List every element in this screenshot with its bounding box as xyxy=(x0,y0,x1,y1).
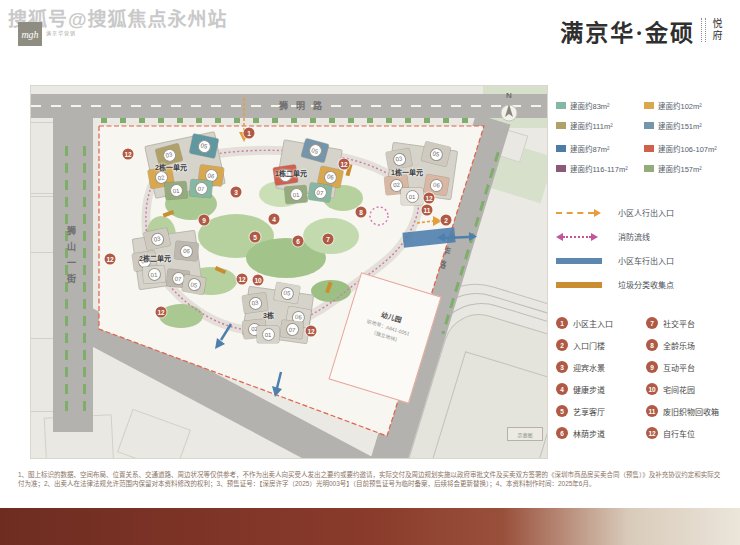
point-label: 自行车位 xyxy=(663,428,695,439)
brand-suffix: 悦府 xyxy=(701,18,724,42)
area-label: 建面约111m² xyxy=(570,120,613,131)
map-marker: 3 xyxy=(231,187,242,198)
area-label: 建面约83m² xyxy=(570,100,610,111)
legend-areas-group1: 建面约83m² 建面约102m² 建面约111m² 建面约151m² xyxy=(556,100,734,131)
flow-label: 垃圾分类收集点 xyxy=(618,279,674,290)
legend-flow-item: 垃圾分类收集点 xyxy=(556,279,736,290)
area-label: 建面约151m² xyxy=(658,120,702,131)
unit-number: 07 xyxy=(285,322,299,336)
area-label: 建面约116-117m² xyxy=(570,163,628,174)
logo-caption: 满京华营销 xyxy=(46,29,76,36)
point-number: 1 xyxy=(556,317,568,329)
building-unit: 07 xyxy=(280,320,304,339)
building-unit: 07 xyxy=(308,183,332,203)
legend-flow-item: 消防流线 xyxy=(556,231,736,242)
footer-gradient-bar xyxy=(0,508,740,545)
unit-number: 05 xyxy=(279,285,294,300)
point-label: 健康步道 xyxy=(573,384,605,395)
point-label: 入口门楼 xyxy=(573,340,605,351)
building-unit: 07 xyxy=(189,179,212,198)
legend-point-item: 3迎宾水景 xyxy=(556,361,646,373)
point-number: 10 xyxy=(646,383,658,395)
point-label: 迎宾水景 xyxy=(573,362,605,373)
map-marker: 12 xyxy=(306,326,317,337)
area-swatch xyxy=(556,145,566,152)
map-marker: 9 xyxy=(199,215,210,226)
unit-number: 01 xyxy=(169,183,183,197)
map-corner-note: 示意图 xyxy=(507,427,543,441)
north-label: N xyxy=(497,91,521,100)
unit-number: 05 xyxy=(196,138,211,153)
legend-area-item: 建面约111m² xyxy=(556,120,644,131)
point-label: 互动平台 xyxy=(663,362,695,373)
legend-point-item: 12自行车位 xyxy=(646,427,719,439)
north-compass: N xyxy=(497,91,521,128)
legend-area-item: 建面约116-117m² xyxy=(556,163,644,174)
legend-point-item: 10宅间花园 xyxy=(646,383,719,395)
legend-point-item: 8全龄乐场 xyxy=(646,339,719,351)
map-marker: 8 xyxy=(356,207,367,218)
point-number: 6 xyxy=(556,427,568,439)
brand-title: 满京华·金硕 xyxy=(560,14,695,48)
unit-number: 07 xyxy=(313,185,328,200)
area-swatch xyxy=(556,165,566,172)
point-number: 2 xyxy=(556,339,568,351)
legend-point-item: 2入口门楼 xyxy=(556,339,646,351)
building-unit: 01 xyxy=(284,185,307,204)
unit-number: 03 xyxy=(248,296,263,311)
area-swatch xyxy=(556,122,566,129)
point-number: 11 xyxy=(646,405,658,417)
point-number: 4 xyxy=(556,383,568,395)
unit-number: 01 xyxy=(289,187,303,201)
fire-line-icon xyxy=(556,233,608,241)
building-unit: 01 xyxy=(257,326,279,343)
legend-point-item: 1小区主入口 xyxy=(556,317,646,329)
road-label-top: 狮明路 xyxy=(279,99,330,112)
point-number: 5 xyxy=(556,405,568,417)
legend-area-item: 建面约106-107m² xyxy=(644,143,734,154)
road-median xyxy=(83,146,86,414)
legend-point-item: 7社交平台 xyxy=(646,317,719,329)
area-label: 建面约106-107m² xyxy=(658,143,717,154)
unit-number: 01 xyxy=(406,190,419,203)
unit-number: 06 xyxy=(179,244,193,258)
map-marker: 12 xyxy=(156,307,167,318)
vehicle-entrance-icon xyxy=(556,258,608,264)
brand-lockup: 满京华·金硕 悦府 xyxy=(560,14,724,48)
area-swatch xyxy=(644,145,654,152)
soccer-pitch xyxy=(431,351,548,459)
legend-point-item: 4健康步道 xyxy=(556,383,646,395)
point-label: 宅间花园 xyxy=(663,384,695,395)
point-label: 小区主入口 xyxy=(573,318,613,329)
legend-flows: 小区人行出入口 消防流线 小区车行出入口 垃圾分类收集点 xyxy=(556,207,736,303)
unit-number: 03 xyxy=(149,231,164,246)
cluster-label: 3栋 xyxy=(263,310,274,320)
brochure-page: 搜狐号@搜狐焦点永州站 mgh 满京华营销 满京华·金硕 悦府 xyxy=(0,0,740,545)
flow-label: 小区车行出入口 xyxy=(618,255,674,266)
unit-number: 06 xyxy=(429,177,444,192)
cluster-label: 1栋二单元 xyxy=(275,168,307,178)
unit-number: 03 xyxy=(391,151,406,166)
area-swatch xyxy=(644,122,654,129)
unit-number: 05 xyxy=(307,143,323,159)
area-swatch xyxy=(644,102,654,109)
building-unit: 01 xyxy=(164,181,187,200)
unit-number: 07 xyxy=(194,181,208,195)
map-marker: 1 xyxy=(244,128,255,139)
map-marker: 7 xyxy=(323,234,334,245)
point-label: 林荫步道 xyxy=(573,428,605,439)
area-label: 建面约102m² xyxy=(658,100,702,111)
legend-points: 1小区主入口 7社交平台 2入口门楼 8全龄乐场 3迎宾水景 9互动平台 4健康… xyxy=(556,317,719,439)
legend-point-item: 11废旧织物回收箱 xyxy=(646,405,719,417)
map-marker: 2 xyxy=(441,215,452,226)
road-label-bottom: 安民路 xyxy=(207,341,258,376)
legend-area-item: 建面约157m² xyxy=(644,163,734,174)
map-marker: 6 xyxy=(293,236,304,247)
point-label: 社交平台 xyxy=(663,318,695,329)
building-unit: 05 xyxy=(274,282,301,304)
building-unit: 06 xyxy=(174,241,199,261)
legend-point-item: 6林荫步道 xyxy=(556,427,646,439)
building-unit: 01 xyxy=(142,265,165,283)
brand-dotline xyxy=(701,18,702,42)
brand-suffix-text: 悦府 xyxy=(709,18,724,42)
